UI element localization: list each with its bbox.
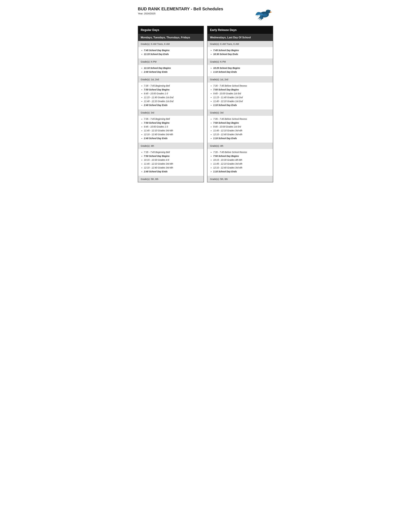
list-item: 1:10 School Day Ends xyxy=(213,70,270,74)
grade-list-regular-2: 7:35 - 7:45 Beginning Bell7:50 School Da… xyxy=(144,84,201,107)
list-item: 12:10 - 12:40 Grades 3rd-4th xyxy=(144,166,201,170)
grade-header-regular-2: Grade(s): 1st, 2nd xyxy=(138,76,204,82)
list-item: 2:40 School Day Ends xyxy=(144,137,201,140)
list-item: 7:35 - 7:45 Before School Recess xyxy=(213,151,270,154)
schedule-column-early: Early Release DaysWednesdays, Last Day O… xyxy=(207,26,273,182)
grade-header-early-2: Grade(s): 1st, 2nd xyxy=(207,76,273,82)
svg-marker-2 xyxy=(270,11,272,13)
grade-items-regular-4: 7:35 - 7:45 Beginning Bell7:50 School Da… xyxy=(138,149,204,176)
list-item: 7:45 School Day Begins xyxy=(144,49,201,52)
list-item: 9:45 - 10:00 Grades 1-3 xyxy=(144,125,201,128)
list-item: 11:45 - 12:10 Grades 3rd-4th xyxy=(213,129,270,132)
col-subheader-regular: Mondays, Tuesdays, Thursdays, Fridays xyxy=(138,34,204,41)
grade-header-regular-5: Grade(s): 5th, 6th xyxy=(138,176,204,182)
list-item: 7:50 School Day Begins xyxy=(213,121,270,125)
list-item: 11:45 - 12:10 Grades 3rd-4th xyxy=(144,129,201,132)
grade-list-early-4: 7:35 - 7:45 Before School Recess7:50 Sch… xyxy=(213,151,270,173)
list-item: 7:35 - 7:45 Beginning Bell xyxy=(144,84,201,87)
grade-header-early-1: Grade(s): K-PM xyxy=(207,59,273,65)
list-item: 10:30 School Day Ends xyxy=(213,53,270,56)
svg-point-6 xyxy=(262,14,267,17)
grade-header-early-0: Grade(s): K-AM Trans, K-AM xyxy=(207,41,273,47)
schedules-container: Regular DaysMondays, Tuesdays, Thursdays… xyxy=(138,26,273,182)
grade-items-early-0: 7:45 School Day Begins10:30 School Day E… xyxy=(207,47,273,59)
list-item: 2:40 School Day Ends xyxy=(144,170,201,173)
grade-items-regular-2: 7:35 - 7:45 Beginning Bell7:50 School Da… xyxy=(138,82,204,110)
list-item: 9:45 - 10:00 Grades 1-3 xyxy=(144,92,201,95)
page-title: BUD RANK ELEMENTARY - Bell Schedules xyxy=(138,6,223,11)
grade-list-early-2: 7:35 - 7:45 Before School Recess7:50 Sch… xyxy=(213,84,270,107)
grade-header-regular-3: Grade(s): 3rd xyxy=(138,110,204,116)
grade-list-regular-1: 11:10 School Day Begins2:40 School Day E… xyxy=(144,66,201,74)
grade-items-early-4: 7:35 - 7:45 Before School Recess7:50 Sch… xyxy=(207,149,273,176)
list-item: 7:50 School Day Begins xyxy=(213,88,270,91)
list-item: 11:40 - 12:10 Grades 1st-2nd xyxy=(213,100,270,103)
list-item: 7:45 School Day Begins xyxy=(213,49,270,52)
list-item: 11:40 - 12:10 Grades 1st-2nd xyxy=(144,100,201,103)
list-item: 7:50 School Day Begins xyxy=(213,154,270,158)
grade-list-early-1: 10:25 School Day Begins1:10 School Day E… xyxy=(213,66,270,74)
grade-items-early-1: 10:25 School Day Begins1:10 School Day E… xyxy=(207,65,273,76)
list-item: 1:10 School Day Ends xyxy=(213,137,270,140)
list-item: 1:10 School Day Ends xyxy=(213,104,270,107)
page-header: BUD RANK ELEMENTARY - Bell Schedules Yea… xyxy=(138,6,273,21)
list-item: 7:50 School Day Begins xyxy=(144,88,201,91)
grade-list-regular-3: 7:35 - 7:45 Beginning Bell7:50 School Da… xyxy=(144,117,201,140)
grade-items-regular-3: 7:35 - 7:45 Beginning Bell7:50 School Da… xyxy=(138,116,204,143)
list-item: 11:45 - 12:10 Grades 3rd-4th xyxy=(144,162,201,166)
col-header-early: Early Release Days xyxy=(207,26,273,34)
grade-header-regular-4: Grade(s): 4th xyxy=(138,143,204,149)
grade-list-regular-4: 7:35 - 7:45 Beginning Bell7:50 School Da… xyxy=(144,151,201,173)
list-item: 12:10 - 12:40 Grades 3rd-4th xyxy=(144,133,201,136)
grade-list-regular-0: 7:45 School Day Begins11:15 School Day E… xyxy=(144,49,201,56)
list-item: 10:15 - 10:30 Grades 4th-6th xyxy=(213,158,270,162)
grade-items-regular-0: 7:45 School Day Begins11:15 School Day E… xyxy=(138,47,204,59)
col-subheader-early: Wednesdays, Last Day Of School xyxy=(207,34,273,41)
list-item: 11:15 School Day Ends xyxy=(144,53,201,56)
grade-items-early-3: 7:35 - 7:45 Before School Recess7:50 Sch… xyxy=(207,116,273,143)
list-item: 2:40 School Day Ends xyxy=(144,104,201,107)
list-item: 11:45 - 12:10 Grades 3rd-4th xyxy=(213,162,270,166)
list-item: 2:40 School Day Ends xyxy=(144,70,201,74)
list-item: 9:45 - 10:00 Grades 1st-3rd xyxy=(213,92,270,95)
school-logo xyxy=(254,6,273,21)
list-item: 11:15 - 11:40 Grades 1st-2nd xyxy=(144,96,201,99)
list-item: 9:45 - 10:00 Grades 1st-3rd xyxy=(213,125,270,128)
list-item: 7:35 - 7:45 Beginning Bell xyxy=(144,151,201,154)
header-left: BUD RANK ELEMENTARY - Bell Schedules Yea… xyxy=(138,6,223,15)
list-item: 12:10 - 12:40 Grades 3rd-4th xyxy=(213,166,270,170)
list-item: 7:50 School Day Begins xyxy=(144,154,201,158)
grade-list-early-3: 7:35 - 7:45 Before School Recess7:50 Sch… xyxy=(213,117,270,140)
list-item: 11:10 School Day Begins xyxy=(144,66,201,70)
list-item: 7:35 - 7:45 Beginning Bell xyxy=(144,117,201,121)
col-header-regular: Regular Days xyxy=(138,26,204,34)
grade-header-early-5: Grade(s): 5th, 6th xyxy=(207,176,273,182)
list-item: 1:10 School Day Ends xyxy=(213,170,270,173)
grade-items-regular-1: 11:10 School Day Begins2:40 School Day E… xyxy=(138,65,204,76)
list-item: 10:15 - 10:30 Grades 4-6 xyxy=(144,158,201,162)
grade-items-early-2: 7:35 - 7:45 Before School Recess7:50 Sch… xyxy=(207,82,273,110)
schedule-column-regular: Regular DaysMondays, Tuesdays, Thursdays… xyxy=(138,26,204,182)
grade-list-early-0: 7:45 School Day Begins10:30 School Day E… xyxy=(213,49,270,56)
grade-header-early-3: Grade(s): 3rd xyxy=(207,110,273,116)
year-label: Year: 2024/2025 xyxy=(138,12,223,15)
grade-header-early-4: Grade(s): 4th xyxy=(207,143,273,149)
list-item: 7:50 School Day Begins xyxy=(144,121,201,125)
list-item: 12:10 - 12:40 Grades 3rd-4th xyxy=(213,133,270,136)
list-item: 7:35 - 7:45 Before School Recess xyxy=(213,84,270,87)
grade-header-regular-0: Grade(s): K-AM Trans, K-AM xyxy=(138,41,204,47)
list-item: 11:15 - 11:40 Grades 1st-2nd xyxy=(213,96,270,99)
grade-header-regular-1: Grade(s): K-PM xyxy=(138,59,204,65)
eagle-icon xyxy=(254,6,273,21)
list-item: 7:35 - 7:45 Before School Recess xyxy=(213,117,270,121)
list-item: 10:25 School Day Begins xyxy=(213,66,270,70)
